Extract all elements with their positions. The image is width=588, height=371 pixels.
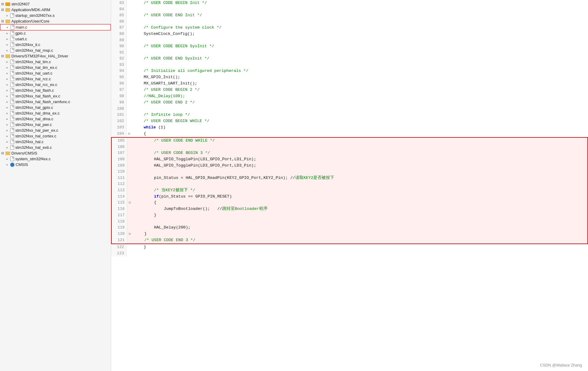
code-content: /* Configure the system clock */: [132, 25, 588, 31]
fold-gutter: [127, 0, 132, 6]
fold-gutter: [127, 124, 132, 131]
code-text: pin_Status = HAL_GPIO_ReadPin(KEY2_GPIO_…: [135, 176, 295, 180]
line-number: 121: [112, 237, 127, 244]
expand-icon: +: [6, 66, 10, 69]
code-line: 102 /* USER CODE BEGIN WHILE */: [111, 118, 588, 124]
fold-gutter: [127, 68, 132, 74]
sidebar-item-cmsis[interactable]: +CMSIS: [0, 162, 111, 167]
root-folder-icon: [5, 2, 10, 6]
fold-gutter: [127, 93, 132, 100]
expand-icon: +: [6, 157, 10, 161]
fold-gutter: [127, 175, 132, 181]
code-lines: 83 /* USER CODE BEGIN Init */8485 /* USE…: [111, 0, 588, 256]
expand-icon: +: [6, 14, 10, 17]
sidebar-item-hal-c[interactable]: +stm32f4xx_hal.c: [0, 139, 111, 145]
file-icon: [10, 128, 14, 133]
sidebar-item-app-user-core[interactable]: ⊟Application/User/Core: [0, 18, 111, 24]
sidebar-item-uart-c[interactable]: +stm32f4xx_hal_uart.c: [0, 70, 111, 76]
sidebar-item-dma-ex-c[interactable]: +stm32f4xx_hal_dma_ex.c: [0, 110, 111, 116]
fold-gutter: [127, 74, 132, 81]
sidebar-item-gpio-c[interactable]: +gpio.c: [0, 30, 111, 36]
expand-icon: +: [6, 77, 10, 81]
sidebar-item-flash-c[interactable]: +stm32f4xx_hal_flash.c: [0, 87, 111, 93]
file-icon: [10, 105, 14, 110]
code-content: /* USER CODE END 2 */: [132, 100, 588, 106]
file-icon: [10, 145, 14, 150]
fold-gutter: [127, 187, 132, 194]
code-content: [132, 169, 587, 175]
line-number: 100: [111, 106, 127, 112]
sidebar-item-main-c[interactable]: +main.c: [0, 24, 111, 30]
sidebar-item-rcc-ex-c[interactable]: +stm32f4xx_hal_rcc_ex.c: [0, 82, 111, 87]
fold-gutter: ⊟: [127, 231, 132, 237]
code-line: 114 if(pin_Status == GPIO_PIN_RESET): [111, 194, 588, 200]
sidebar-item-usart-c[interactable]: +usart.c: [0, 36, 111, 42]
line-number: 87: [111, 25, 127, 31]
code-content: [132, 37, 588, 43]
code-content: HAL_GPIO_TogglePin(LD1_GPIO_Port,LD1_Pin…: [132, 156, 587, 163]
item-label: Application/User/Core: [11, 19, 49, 23]
code-content: /* USER CODE BEGIN 3 */: [132, 150, 587, 156]
line-number: 106: [112, 144, 127, 150]
sidebar-item-rcc-c[interactable]: +stm32f4xx_hal_rcc.c: [0, 76, 111, 82]
expand-icon: +: [6, 32, 10, 35]
file-icon: [10, 117, 14, 121]
code-content: /* USER CODE BEGIN Init */: [132, 0, 588, 6]
file-icon: [10, 71, 14, 75]
fold-gutter: [127, 81, 132, 87]
fold-gutter: [127, 100, 132, 106]
line-number: 119: [112, 225, 127, 231]
sidebar-item-startup[interactable]: +startup_stm32f407xx.s: [0, 13, 111, 18]
code-line: 119 HAL_Delay(200);: [111, 225, 588, 231]
code-line: 85 /* USER CODE END Init */: [111, 12, 588, 19]
fold-gutter: [127, 25, 132, 31]
sidebar-item-drivers-stm32[interactable]: ⊟Drivers/STM32F4xx_HAL_Driver: [0, 53, 111, 59]
sidebar-item-flash-ram-c[interactable]: +stm32f4xx_hal_flash_ramfunc.c: [0, 99, 111, 105]
code-content: /* Initialize all configured peripherals…: [132, 68, 588, 74]
code-content: HAL_Delay(200);: [132, 225, 587, 231]
code-line: 105 /* USER CODE END WHILE */: [111, 137, 588, 144]
sidebar-item-flash-ex-c[interactable]: +stm32f4xx_hal_flash_ex.c: [0, 93, 111, 99]
item-label: Drivers/STM32F4xx_HAL_Driver: [11, 54, 68, 58]
sidebar-item-app-mdk[interactable]: ⊟Application/MDK-ARM: [0, 7, 111, 13]
sidebar-item-pwr-ex-c[interactable]: +stm32f4xx_hal_pwr_ex.c: [0, 127, 111, 133]
sidebar-item-pwr-c[interactable]: +stm32f4xx_hal_pwr.c: [0, 122, 111, 127]
sidebar-item-tim-c[interactable]: +stm32f4xx_hal_tim.c: [0, 59, 111, 65]
code-line: 115⊟ {: [111, 200, 588, 206]
sidebar-item-gpio2-c[interactable]: +stm32f4xx_hal_gpio.c: [0, 105, 111, 110]
code-content: [132, 19, 588, 25]
code-content: SystemClock_Config();: [132, 31, 588, 37]
expand-icon: +: [6, 89, 10, 92]
code-editor: 83 /* USER CODE BEGIN Init */8485 /* USE…: [111, 0, 588, 371]
item-label: stm32f4xx_hal_msp.c: [15, 48, 53, 53]
code-content: while (1): [132, 124, 588, 131]
fold-gutter: [127, 194, 132, 200]
code-line: 84: [111, 6, 588, 12]
code-content: [132, 6, 588, 12]
code-line: 109 HAL_GPIO_TogglePin(LD3_GPIO_Port,LD3…: [111, 163, 588, 169]
line-number: 114: [112, 194, 127, 200]
sidebar-item-drivers-cmsis[interactable]: ⊟Drivers/CMSIS: [0, 150, 111, 156]
sidebar-item-dma-c[interactable]: +stm32f4xx_hal_dma.c: [0, 116, 111, 122]
line-number: 111: [112, 175, 127, 181]
sidebar-item-system-c[interactable]: +system_stm32f4xx.c: [0, 156, 111, 162]
code-content: MX_GPIO_Init();: [132, 74, 588, 81]
sidebar-item-stm32f4xx-it-c[interactable]: +stm32f4xx_it.c: [0, 42, 111, 48]
expand-icon: +: [6, 49, 10, 52]
code-line: 106: [111, 144, 588, 150]
line-number: 92: [111, 56, 127, 62]
file-icon: [10, 111, 14, 115]
sidebar-item-exti-c[interactable]: +stm32f4xx_hal_exti.c: [0, 145, 111, 150]
code-content: [132, 106, 588, 112]
sidebar-item-tim-ex-c[interactable]: +stm32f4xx_hal_tim_ex.c: [0, 65, 111, 70]
sidebar-item-cortex-c[interactable]: +stm32f4xx_hal_cortex.c: [0, 133, 111, 139]
expand-icon: +: [6, 106, 10, 109]
code-content: [132, 50, 588, 56]
sidebar-item-stm32f4xx-hal-msp-c[interactable]: +stm32f4xx_hal_msp.c: [0, 48, 111, 53]
file-icon: [10, 42, 14, 47]
item-label: usart.c: [15, 37, 27, 41]
line-number: 122: [111, 244, 127, 250]
fold-gutter: [127, 50, 132, 56]
item-label: gpio.c: [15, 31, 26, 35]
project-root[interactable]: ⊟ stm32f407: [0, 1, 111, 7]
